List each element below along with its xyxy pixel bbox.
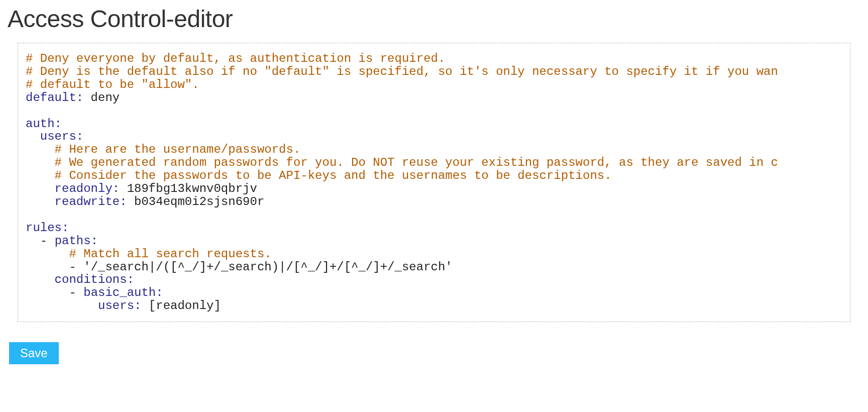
editor-token: - xyxy=(69,260,83,274)
editor-line xyxy=(26,105,842,118)
editor-token xyxy=(26,208,33,222)
editor-token xyxy=(26,104,33,118)
editor-token: default: xyxy=(26,91,83,105)
editor-token: auth: xyxy=(26,117,62,131)
editor-token xyxy=(141,299,148,313)
editor-line xyxy=(26,209,842,222)
editor-token: # Match all search requests. xyxy=(69,247,271,261)
editor-token: basic_auth: xyxy=(83,286,163,299)
editor-line: # Match all search requests. xyxy=(26,248,842,261)
editor-token: '/_search|/([^_/]+/_search)|/[^_/]+/[^_/… xyxy=(83,260,453,274)
editor-token: - xyxy=(69,286,83,299)
editor-line: - paths: xyxy=(26,235,842,248)
editor-token: deny xyxy=(83,91,120,105)
editor-token: users: xyxy=(98,299,141,313)
yaml-editor[interactable]: # Deny everyone by default, as authentic… xyxy=(18,43,850,322)
editor-line: users: xyxy=(26,130,842,143)
editor-token: # Consider the passwords to be API-keys … xyxy=(55,169,612,182)
editor-line: # default to be "allow". xyxy=(26,78,842,91)
save-button[interactable]: Save xyxy=(9,342,59,364)
editor-line: conditions: xyxy=(26,273,842,286)
editor-token: # We generated random passwords for you.… xyxy=(55,156,778,169)
editor-token: paths: xyxy=(55,234,98,248)
editor-token: - xyxy=(40,234,55,248)
editor-line: - basic_auth: xyxy=(26,286,842,299)
editor-line: default: deny xyxy=(26,91,842,105)
editor-line: rules: xyxy=(26,222,842,235)
editor-token: b034eqm0i2sjsn690r xyxy=(127,195,265,209)
editor-token: # Deny is the default also if no "defaul… xyxy=(26,65,778,78)
editor-line: readonly: 189fbg13kwnv0qbrjv xyxy=(26,182,842,195)
editor-line: # Deny is the default also if no "defaul… xyxy=(26,65,842,78)
editor-token: readonly: xyxy=(55,182,120,195)
editor-line: # We generated random passwords for you.… xyxy=(26,156,842,169)
editor-token: conditions: xyxy=(55,273,134,286)
editor-token: # Deny everyone by default, as authentic… xyxy=(26,52,445,65)
editor-token: # default to be "allow". xyxy=(26,78,199,91)
editor-line: auth: xyxy=(26,118,842,131)
editor-line: - '/_search|/([^_/]+/_search)|/[^_/]+/[^… xyxy=(26,261,842,274)
editor-token: rules: xyxy=(26,221,69,235)
editor-line: users: [readonly] xyxy=(26,299,842,313)
editor-token: [readonly] xyxy=(149,299,221,313)
editor-token: # Here are the username/passwords. xyxy=(55,143,301,156)
editor-line: readwrite: b034eqm0i2sjsn690r xyxy=(26,195,842,209)
editor-line: # Deny everyone by default, as authentic… xyxy=(26,52,842,65)
editor-line: # Here are the username/passwords. xyxy=(26,143,842,156)
editor-line: # Consider the passwords to be API-keys … xyxy=(26,169,842,182)
editor-token: readwrite: xyxy=(55,195,127,209)
editor-token: users: xyxy=(40,130,83,143)
editor-token: 189fbg13kwnv0qbrjv xyxy=(120,182,257,195)
page-title: Access Control-editor xyxy=(0,0,868,43)
